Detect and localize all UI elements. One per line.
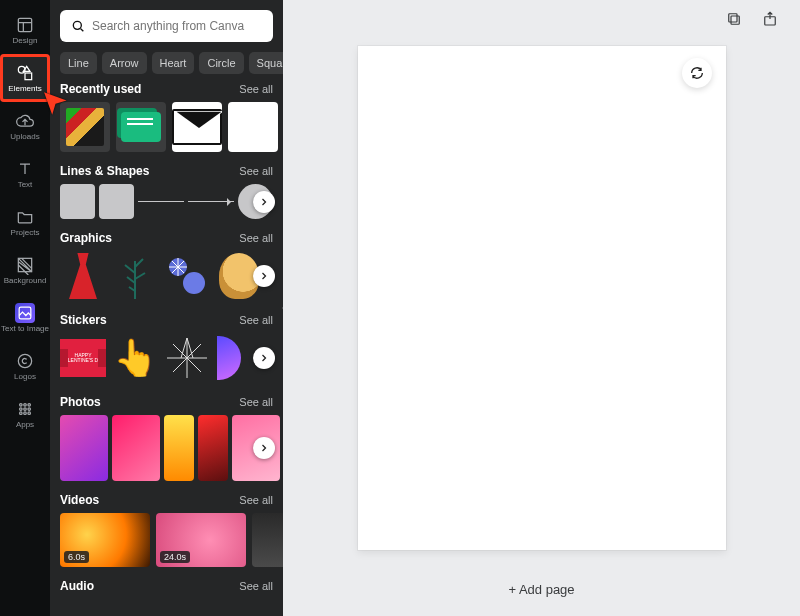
see-all-link[interactable]: See all xyxy=(239,232,273,244)
plant-graphic-icon xyxy=(115,253,155,299)
graphic-item[interactable] xyxy=(60,251,106,301)
section-title: Graphics xyxy=(60,231,112,245)
refresh-button[interactable] xyxy=(682,58,712,88)
add-page-button[interactable]: + Add page xyxy=(303,572,780,606)
svg-point-14 xyxy=(28,412,31,415)
graphic-item[interactable] xyxy=(164,251,210,301)
video-item[interactable] xyxy=(252,513,283,567)
blob-icon xyxy=(217,336,241,380)
row-scroll-right[interactable] xyxy=(253,191,275,213)
svg-rect-19 xyxy=(729,14,737,22)
shape-arrow[interactable] xyxy=(188,201,234,202)
blank-page[interactable] xyxy=(358,46,726,550)
see-all-link[interactable]: See all xyxy=(239,165,273,177)
search-input[interactable] xyxy=(92,19,263,33)
nav-label: Text xyxy=(18,181,33,189)
recent-item[interactable] xyxy=(60,102,110,152)
sticker-item[interactable]: 👆 xyxy=(112,333,158,383)
recent-item[interactable] xyxy=(116,102,166,152)
svg-rect-0 xyxy=(18,18,31,31)
chevron-right-icon xyxy=(258,352,270,364)
refresh-icon xyxy=(689,65,705,81)
nav-label: Projects xyxy=(11,229,40,237)
photo-item[interactable] xyxy=(164,415,194,481)
shape-line[interactable] xyxy=(138,201,184,202)
stripes-graphic-icon xyxy=(66,108,104,146)
section-title: Videos xyxy=(60,493,99,507)
chip-circle[interactable]: Circle xyxy=(199,52,243,74)
see-all-link[interactable]: See all xyxy=(239,494,273,506)
nav-elements[interactable]: ➤ Elements xyxy=(0,54,50,102)
row-scroll-right[interactable] xyxy=(253,437,275,459)
sticker-item[interactable] xyxy=(216,333,242,383)
elements-panel: Line Arrow Heart Circle Square Recently … xyxy=(50,0,283,616)
text-icon xyxy=(15,159,35,179)
chevron-right-icon xyxy=(258,270,270,282)
nav-rail: Design ➤ Elements Uploads Text Projects … xyxy=(0,0,50,616)
chip-arrow[interactable]: Arrow xyxy=(102,52,147,74)
svg-point-13 xyxy=(24,412,27,415)
share-page-button[interactable] xyxy=(758,7,782,31)
row-scroll-right[interactable] xyxy=(253,347,275,369)
photo-item[interactable] xyxy=(60,415,108,481)
svg-point-5 xyxy=(18,354,31,367)
section-title: Photos xyxy=(60,395,101,409)
shape-square[interactable] xyxy=(99,184,134,219)
shape-square[interactable] xyxy=(60,184,95,219)
graphic-item[interactable] xyxy=(112,251,158,301)
svg-point-17 xyxy=(183,272,205,294)
shapes-icon xyxy=(15,63,35,83)
chip-heart[interactable]: Heart xyxy=(152,52,195,74)
see-all-link[interactable]: See all xyxy=(239,314,273,326)
recent-item[interactable] xyxy=(228,102,278,152)
nav-label: Background xyxy=(4,277,47,285)
recent-item[interactable] xyxy=(172,102,222,152)
nav-label: Design xyxy=(13,37,38,45)
svg-point-12 xyxy=(20,412,23,415)
nav-background[interactable]: Background xyxy=(0,246,50,294)
see-all-link[interactable]: See all xyxy=(239,580,273,592)
pointing-hand-icon: 👆 xyxy=(113,337,158,379)
copyright-icon xyxy=(15,351,35,371)
nav-projects[interactable]: Projects xyxy=(0,198,50,246)
svg-point-9 xyxy=(20,408,23,411)
row-scroll-right[interactable] xyxy=(253,265,275,287)
nav-uploads[interactable]: Uploads xyxy=(0,102,50,150)
video-item[interactable]: 24.0s xyxy=(156,513,246,567)
envelope-icon xyxy=(172,109,222,145)
nav-text-to-image[interactable]: Text to Image xyxy=(0,294,50,342)
see-all-link[interactable]: See all xyxy=(239,83,273,95)
cloud-upload-icon xyxy=(15,111,35,131)
duplicate-page-button[interactable] xyxy=(722,7,746,31)
nav-apps[interactable]: Apps xyxy=(0,390,50,438)
photo-item[interactable] xyxy=(198,415,228,481)
speech-bubble-icon xyxy=(121,112,161,142)
page-viewport[interactable] xyxy=(283,38,800,564)
template-icon xyxy=(15,15,35,35)
nav-text[interactable]: Text xyxy=(0,150,50,198)
copy-icon xyxy=(725,10,743,28)
category-chips: Line Arrow Heart Circle Square xyxy=(50,48,283,82)
dress-graphic-icon xyxy=(69,253,97,299)
nav-logos[interactable]: Logos xyxy=(0,342,50,390)
section-lines-shapes: Lines & Shapes See all xyxy=(50,164,283,219)
nav-label: Text to Image xyxy=(1,325,49,333)
see-all-link[interactable]: See all xyxy=(239,396,273,408)
photo-item[interactable] xyxy=(112,415,160,481)
section-title: Stickers xyxy=(60,313,107,327)
burst-icon xyxy=(165,336,209,380)
canvas-toolbar xyxy=(283,0,800,38)
svg-point-6 xyxy=(20,404,23,407)
sticker-item[interactable] xyxy=(164,333,210,383)
video-item[interactable]: 6.0s xyxy=(60,513,150,567)
search-box[interactable] xyxy=(60,10,273,42)
grid-icon xyxy=(15,399,35,419)
valentine-banner-icon: HAPPY VALENTINE'S DAY xyxy=(60,339,106,377)
section-title: Recently used xyxy=(60,82,141,96)
svg-point-11 xyxy=(28,408,31,411)
hatch-icon xyxy=(15,255,35,275)
sticker-item[interactable]: HAPPY VALENTINE'S DAY xyxy=(60,333,106,383)
chip-line[interactable]: Line xyxy=(60,52,97,74)
folder-icon xyxy=(15,207,35,227)
nav-design[interactable]: Design xyxy=(0,6,50,54)
